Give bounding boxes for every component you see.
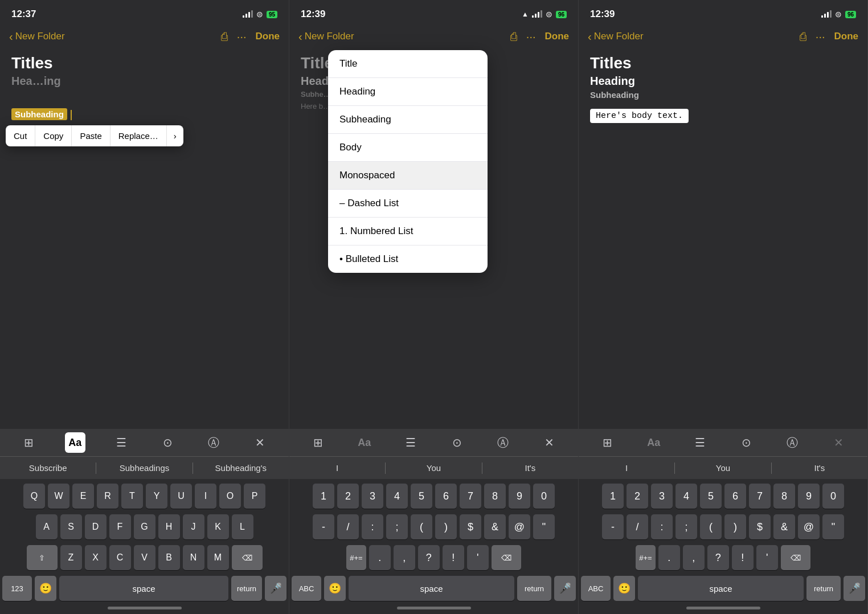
list-icon-right[interactable]: ☰ (690, 432, 710, 453)
dropdown-bulleted-list[interactable]: • Bulleted List (328, 245, 488, 273)
back-button-right[interactable]: ‹ New Folder (588, 31, 644, 42)
key-emoji-middle[interactable]: 🙂 (324, 576, 346, 601)
cut-menu-item[interactable]: Cut (6, 125, 35, 146)
key-L[interactable]: L (232, 514, 253, 539)
more-icon-middle[interactable]: ··· (526, 30, 536, 43)
key-mic-left[interactable]: 🎤 (265, 576, 286, 601)
key-9-right[interactable]: 9 (798, 484, 820, 509)
key-W[interactable]: W (48, 484, 69, 509)
key-question-right[interactable]: ? (707, 545, 729, 570)
camera-icon-middle[interactable]: ⊙ (447, 432, 467, 453)
key-Y[interactable]: Y (146, 484, 167, 509)
key-Q[interactable]: Q (23, 484, 45, 509)
key-4-right[interactable]: 4 (675, 484, 697, 509)
autocomplete-2-left[interactable]: Subheadings (96, 463, 192, 473)
key-comma-right[interactable]: , (683, 545, 705, 570)
key-8-middle[interactable]: 8 (484, 484, 506, 509)
key-5-middle[interactable]: 5 (411, 484, 432, 509)
key-excl-right[interactable]: ! (732, 545, 754, 570)
autocomplete-3-right[interactable]: It's (772, 463, 867, 473)
key-F[interactable]: F (109, 514, 131, 539)
key-cparen-middle[interactable]: ) (435, 514, 457, 539)
autocomplete-2-middle[interactable]: You (386, 463, 481, 473)
key-abc-right[interactable]: ABC (581, 576, 611, 601)
key-6-middle[interactable]: 6 (435, 484, 457, 509)
autocomplete-1-middle[interactable]: I (289, 463, 385, 473)
key-dash-right[interactable]: - (602, 514, 624, 539)
back-button-middle[interactable]: ‹ New Folder (298, 31, 354, 42)
key-A[interactable]: A (36, 514, 58, 539)
done-button-middle[interactable]: Done (545, 31, 570, 42)
key-slash-middle[interactable]: / (337, 514, 359, 539)
dropdown-monospaced[interactable]: Monospaced (328, 162, 488, 190)
key-C[interactable]: C (109, 545, 131, 570)
key-delete-middle[interactable]: ⌫ (492, 545, 521, 570)
key-delete-left[interactable]: ⌫ (232, 545, 263, 570)
more-menu-item[interactable]: › (167, 125, 183, 146)
markup-icon-right[interactable]: Ⓐ (782, 432, 803, 453)
markup-icon-middle[interactable]: Ⓐ (493, 432, 513, 453)
key-3-middle[interactable]: 3 (362, 484, 383, 509)
share-icon-right[interactable]: ⎙ (800, 30, 806, 43)
table-icon-left[interactable]: ⊞ (19, 432, 39, 453)
key-period-right[interactable]: . (658, 545, 680, 570)
close-icon-right[interactable]: ✕ (828, 432, 849, 453)
key-quote-right[interactable]: " (822, 514, 844, 539)
key-D[interactable]: D (85, 514, 107, 539)
key-dollar-right[interactable]: $ (749, 514, 771, 539)
key-return-right[interactable]: return (806, 576, 841, 601)
key-comma-middle[interactable]: , (394, 545, 415, 570)
key-period-middle[interactable]: . (369, 545, 391, 570)
list-icon-left[interactable]: ☰ (111, 432, 132, 453)
key-1-right[interactable]: 1 (602, 484, 624, 509)
more-icon-right[interactable]: ··· (816, 30, 825, 43)
key-delete-right[interactable]: ⌫ (781, 545, 810, 570)
key-semi-right[interactable]: ; (675, 514, 697, 539)
share-icon-middle[interactable]: ⎙ (510, 30, 517, 43)
autocomplete-2-right[interactable]: You (675, 463, 771, 473)
key-question-middle[interactable]: ? (418, 545, 440, 570)
key-quote-middle[interactable]: " (533, 514, 555, 539)
key-apos-right[interactable]: ' (756, 545, 778, 570)
key-9-middle[interactable]: 9 (509, 484, 530, 509)
key-cparen-right[interactable]: ) (724, 514, 746, 539)
key-S[interactable]: S (60, 514, 82, 539)
key-Z[interactable]: Z (60, 545, 82, 570)
markup-icon-left[interactable]: Ⓐ (203, 432, 224, 453)
key-excl-middle[interactable]: ! (443, 545, 464, 570)
table-icon-right[interactable]: ⊞ (597, 432, 618, 453)
key-2-middle[interactable]: 2 (337, 484, 359, 509)
key-at-right[interactable]: @ (798, 514, 820, 539)
key-2-right[interactable]: 2 (627, 484, 648, 509)
format-aa-button-middle[interactable]: Aa (354, 432, 375, 453)
format-aa-button-left[interactable]: Aa (65, 432, 85, 453)
key-colon-right[interactable]: : (651, 514, 673, 539)
key-symbols-middle[interactable]: #+= (346, 545, 366, 570)
key-3-right[interactable]: 3 (651, 484, 673, 509)
key-semi-middle[interactable]: ; (386, 514, 408, 539)
key-mic-right[interactable]: 🎤 (844, 576, 865, 601)
key-V[interactable]: V (134, 545, 155, 570)
dropdown-body[interactable]: Body (328, 134, 488, 162)
key-space-left[interactable]: space (59, 576, 228, 601)
key-0-middle[interactable]: 0 (533, 484, 555, 509)
key-return-middle[interactable]: return (517, 576, 551, 601)
key-apos-middle[interactable]: ' (467, 545, 489, 570)
autocomplete-1-right[interactable]: I (579, 463, 674, 473)
key-H[interactable]: H (158, 514, 180, 539)
dropdown-subheading[interactable]: Subheading (328, 106, 488, 134)
key-dash-middle[interactable]: - (313, 514, 334, 539)
done-button-left[interactable]: Done (256, 31, 280, 42)
key-4-middle[interactable]: 4 (386, 484, 408, 509)
key-emoji-left[interactable]: 🙂 (35, 576, 56, 601)
autocomplete-3-left[interactable]: Subheading's (193, 463, 289, 473)
key-O[interactable]: O (219, 484, 241, 509)
close-icon-left[interactable]: ✕ (249, 432, 270, 453)
key-symbols-right[interactable]: #+= (636, 545, 655, 570)
dropdown-heading[interactable]: Heading (328, 78, 488, 106)
key-oparen-middle[interactable]: ( (411, 514, 432, 539)
key-amp-right[interactable]: & (773, 514, 795, 539)
table-icon-middle[interactable]: ⊞ (308, 432, 329, 453)
key-123-left[interactable]: 123 (2, 576, 32, 601)
key-7-middle[interactable]: 7 (460, 484, 481, 509)
